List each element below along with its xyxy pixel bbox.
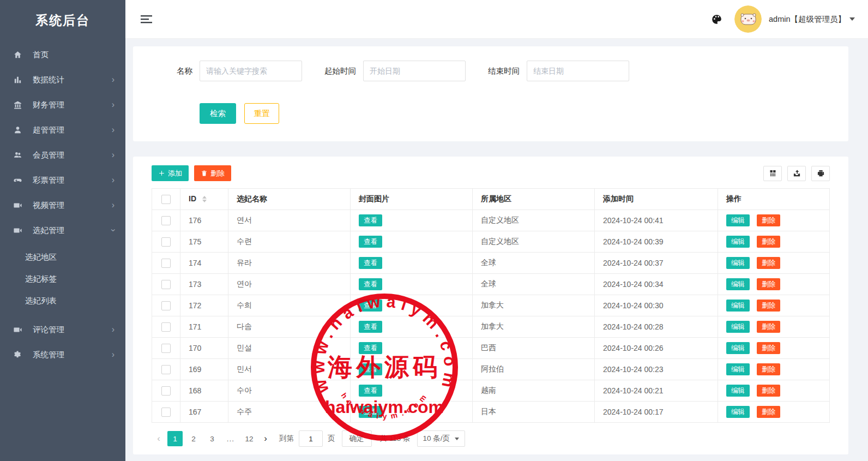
page-button[interactable]: 12 — [242, 431, 257, 446]
row-checkbox[interactable] — [161, 301, 171, 310]
edit-button[interactable]: 编辑 — [726, 278, 750, 291]
end-date-input[interactable] — [527, 61, 629, 81]
sidebar-item-superadmin[interactable]: 超管管理 › — [0, 117, 125, 142]
delete-button[interactable]: 删除 — [757, 406, 780, 418]
sidebar-item-video[interactable]: 视频管理 › — [0, 193, 125, 218]
row-checkbox[interactable] — [161, 386, 171, 396]
edit-button[interactable]: 编辑 — [726, 406, 750, 418]
start-date-input[interactable] — [363, 61, 466, 81]
select-all-checkbox[interactable] — [161, 195, 171, 204]
edit-button[interactable]: 编辑 — [726, 300, 750, 312]
collapse-menu-button[interactable] — [140, 14, 153, 25]
row-id: 170 — [180, 338, 228, 359]
confirm-button[interactable]: 确定 — [342, 430, 372, 447]
sidebar-subitem-list[interactable]: 选妃列表 — [0, 290, 125, 312]
row-checkbox[interactable] — [161, 344, 171, 353]
view-cover-button[interactable]: 查看 — [359, 278, 382, 291]
delete-button[interactable]: 删除 — [757, 342, 780, 355]
page-button[interactable]: 2 — [186, 431, 201, 446]
add-button[interactable]: 添加 — [152, 165, 189, 181]
sidebar-item-members[interactable]: 会员管理 › — [0, 142, 125, 167]
view-cover-button[interactable]: 查看 — [359, 214, 382, 227]
goto-page-input[interactable] — [299, 430, 323, 447]
delete-button[interactable]: 删除 — [757, 321, 780, 333]
row-id: 172 — [180, 295, 228, 316]
edit-button[interactable]: 编辑 — [726, 321, 750, 333]
row-id: 167 — [180, 402, 228, 423]
sidebar-item-finance[interactable]: 财务管理 › — [0, 92, 125, 117]
user-avatar[interactable] — [734, 5, 762, 33]
export-button[interactable] — [787, 166, 806, 181]
view-cover-button[interactable]: 查看 — [359, 257, 382, 270]
row-name: 연서 — [228, 210, 351, 231]
columns-filter-button[interactable] — [763, 166, 782, 181]
user-icon — [13, 125, 24, 135]
sidebar-item-stats[interactable]: 数据统计 › — [0, 67, 125, 92]
row-region: 全球 — [473, 253, 595, 274]
page-button[interactable]: 1 — [167, 431, 183, 446]
edit-button[interactable]: 编辑 — [726, 214, 750, 227]
view-cover-button[interactable]: 查看 — [359, 385, 382, 397]
search-button[interactable]: 检索 — [200, 103, 236, 124]
row-region: 自定义地区 — [473, 231, 595, 253]
view-cover-button[interactable]: 查看 — [359, 236, 382, 248]
edit-button[interactable]: 编辑 — [726, 236, 750, 248]
row-id: 169 — [180, 359, 228, 380]
delete-button[interactable]: 删除 — [757, 236, 780, 248]
table-row: 175 수련 查看 自定义地区 2024-10-24 00:39 编辑 删除 — [152, 231, 830, 253]
edit-button[interactable]: 编辑 — [726, 342, 750, 355]
row-checkbox[interactable] — [161, 216, 171, 225]
view-cover-button[interactable]: 查看 — [359, 363, 382, 376]
edit-button[interactable]: 编辑 — [726, 363, 750, 376]
next-page-button[interactable]: › — [258, 431, 273, 446]
sidebar-item-lottery[interactable]: 彩票管理 › — [0, 167, 125, 193]
row-checkbox[interactable] — [161, 280, 171, 289]
edit-button[interactable]: 编辑 — [726, 385, 750, 397]
row-name: 민설 — [228, 338, 351, 359]
prev-page-button[interactable]: ‹ — [152, 431, 166, 446]
delete-button[interactable]: 删除 — [757, 257, 780, 270]
batch-delete-button[interactable]: 删除 — [194, 165, 231, 181]
plus-icon — [158, 170, 165, 177]
view-cover-button[interactable]: 查看 — [359, 406, 382, 418]
table-toolbar: 添加 删除 — [152, 165, 830, 181]
sidebar-item-comments[interactable]: 评论管理 › — [0, 317, 125, 342]
print-button[interactable] — [811, 166, 830, 181]
name-input[interactable] — [200, 61, 302, 81]
sort-icon[interactable] — [202, 194, 207, 205]
delete-button[interactable]: 删除 — [757, 278, 780, 291]
users-icon — [13, 150, 24, 160]
delete-button[interactable]: 删除 — [757, 214, 780, 227]
table-body: 176 연서 查看 自定义地区 2024-10-24 00:41 编辑 删除 1… — [152, 210, 830, 423]
search-panel: 名称 起始时间 结束时间 检索 重置 — [133, 46, 848, 141]
sidebar-subitem-tag[interactable]: 选妃标签 — [0, 268, 125, 290]
delete-button[interactable]: 删除 — [757, 385, 780, 397]
page-button[interactable]: 3 — [204, 431, 220, 446]
sidebar-item-home[interactable]: 首页 — [0, 42, 125, 67]
table-row: 174 유라 查看 全球 2024-10-24 00:37 编辑 删除 — [152, 253, 830, 274]
theme-palette-icon[interactable] — [711, 14, 722, 25]
delete-button[interactable]: 删除 — [757, 300, 780, 312]
pagination: ‹ 123...12 › 到第 页 确定 共 113 条 10 条/页 — [152, 430, 830, 447]
view-cover-button[interactable]: 查看 — [359, 300, 382, 312]
view-cover-button[interactable]: 查看 — [359, 342, 382, 355]
goto-label: 到第 — [279, 434, 294, 444]
user-dropdown[interactable]: admin【超级管理员】 — [762, 14, 855, 25]
sidebar-subitem-region[interactable]: 选妃地区 — [0, 246, 125, 268]
row-checkbox[interactable] — [161, 322, 171, 332]
row-checkbox[interactable] — [161, 408, 171, 417]
row-checkbox[interactable] — [161, 365, 171, 374]
row-checkbox[interactable] — [161, 259, 171, 268]
view-cover-button[interactable]: 查看 — [359, 321, 382, 333]
chevron-right-icon: › — [112, 75, 114, 84]
col-header-id[interactable]: ID — [180, 189, 228, 210]
page-unit-label: 页 — [328, 434, 335, 444]
sidebar-item-xuanfei[interactable]: 选妃管理 › — [0, 218, 125, 243]
delete-button[interactable]: 删除 — [757, 363, 780, 376]
edit-button[interactable]: 编辑 — [726, 257, 750, 270]
sidebar-item-system[interactable]: 系统管理 › — [0, 342, 125, 367]
per-page-select[interactable]: 10 条/页 — [417, 430, 466, 447]
row-name: 민서 — [228, 359, 351, 380]
reset-button[interactable]: 重置 — [244, 103, 279, 124]
row-checkbox[interactable] — [161, 237, 171, 247]
